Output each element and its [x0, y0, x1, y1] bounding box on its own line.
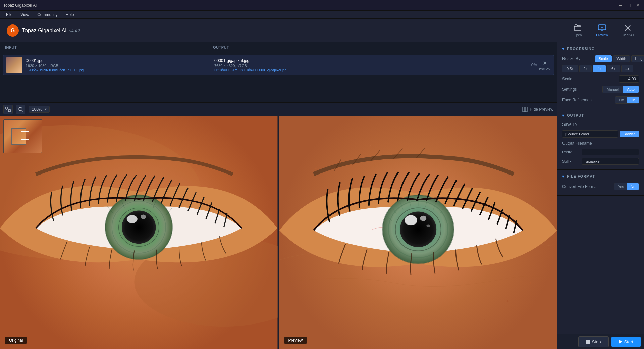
svg-point-32 — [315, 168, 316, 169]
preview-label: Preview — [596, 33, 608, 37]
preview-toolbar: 100% ▾ Hide Preview — [0, 103, 557, 116]
file-row[interactable]: 00001.jpg 1920 × 1080, sRGB H:/Обои 1920… — [3, 55, 554, 75]
resize-by-width-button[interactable]: Width — [613, 55, 630, 62]
scale-label: Scale — [562, 77, 582, 81]
resize-by-height-button[interactable]: Height — [631, 55, 644, 62]
face-on-button[interactable]: On — [627, 97, 639, 103]
preview-area: 100% ▾ Hide Preview — [0, 103, 557, 349]
menu-bar: File View Community Help — [0, 11, 644, 19]
start-button[interactable]: Start — [611, 337, 641, 347]
processing-title: PROCESSING — [567, 47, 595, 51]
file-format-header[interactable]: ▾ FILE FORMAT — [557, 170, 644, 181]
menu-file[interactable]: File — [3, 12, 16, 18]
minimap-image — [4, 120, 42, 153]
minimap[interactable] — [3, 119, 42, 153]
face-refinement-label: Face Refinement — [562, 98, 593, 102]
zoom-level-control[interactable]: 100% ▾ — [29, 106, 50, 113]
svg-point-54 — [426, 225, 430, 227]
file-format-title: FILE FORMAT — [567, 174, 595, 178]
file-format-section: ▾ FILE FORMAT Convert File Format Yes No — [557, 170, 644, 196]
output-section: ▾ OUTPUT Save To Browse Output Filename … — [557, 109, 644, 170]
preview-button[interactable]: Preview — [593, 22, 611, 39]
output-filename: 00001-gigapixel.jpg — [214, 58, 528, 63]
hide-preview-button[interactable]: Hide Preview — [522, 107, 553, 112]
app-version: v4.4.3 — [69, 29, 80, 33]
convert-no-button[interactable]: No — [627, 183, 639, 190]
open-icon — [574, 24, 582, 32]
scale-6x-button[interactable]: 6x — [607, 65, 620, 72]
app-name: Topaz Gigapixel AI — [22, 28, 67, 33]
scale-05x-button[interactable]: 0.5x — [562, 65, 578, 72]
stop-button[interactable]: Stop — [578, 336, 609, 347]
save-to-input[interactable] — [562, 130, 618, 138]
main-toolbar: G Topaz Gigapixel AI v4.4.3 Open — [0, 19, 644, 42]
input-path: H:/Обои 1920x1080/Обои 1/00001.jpg — [26, 68, 208, 72]
col-header-output: OUTPUT — [208, 45, 557, 49]
close-button[interactable]: ✕ — [635, 3, 641, 8]
clear-all-button[interactable]: Clear All — [618, 22, 637, 39]
convert-yes-button[interactable]: Yes — [614, 183, 627, 190]
prefix-input[interactable] — [582, 149, 639, 155]
scale-value-row: Scale — [557, 74, 644, 84]
browse-button[interactable]: Browse — [620, 131, 639, 137]
svg-point-33 — [347, 154, 348, 155]
settings-toggle: Manual Auto — [602, 86, 639, 93]
minimap-viewport — [21, 131, 29, 140]
resize-by-row: Resize By Scale Width Height — [557, 54, 644, 64]
menu-view[interactable]: View — [17, 12, 33, 18]
remove-file-button[interactable]: ✕ Remove — [539, 60, 550, 70]
zoom-search-button[interactable] — [16, 105, 25, 114]
scale-4x-button[interactable]: 4x — [593, 65, 606, 72]
logo-area: G Topaz Gigapixel AI v4.4.3 — [7, 24, 80, 37]
menu-community[interactable]: Community — [34, 12, 61, 18]
start-icon — [619, 340, 622, 344]
maximize-button[interactable]: □ — [627, 3, 632, 8]
svg-rect-9 — [8, 110, 10, 112]
processing-header[interactable]: ▾ PROCESSING — [557, 42, 644, 54]
file-thumbnail — [6, 57, 22, 73]
scale-input[interactable] — [619, 75, 639, 83]
file-list-rows: 00001.jpg 1920 × 1080, sRGB H:/Обои 1920… — [0, 52, 557, 102]
face-refinement-row: Face Refinement Off On — [557, 95, 644, 105]
close-icon: ✕ — [543, 60, 547, 66]
settings-manual-button[interactable]: Manual — [603, 86, 623, 93]
file-row-input: 00001.jpg 1920 × 1080, sRGB H:/Обои 1920… — [3, 57, 211, 73]
svg-point-30 — [141, 215, 146, 219]
processing-section: ▾ PROCESSING Resize By Scale Width Heigh… — [557, 42, 644, 109]
scale-custom-button[interactable]: ...x — [621, 65, 633, 72]
hide-preview-label: Hide Preview — [530, 107, 553, 112]
face-off-button[interactable]: Off — [615, 97, 627, 103]
resize-by-scale-button[interactable]: Scale — [595, 55, 612, 62]
svg-rect-15 — [525, 107, 527, 112]
svg-point-12 — [19, 107, 22, 111]
scale-2x-button[interactable]: 2x — [579, 65, 592, 72]
input-filename: 00001.jpg — [26, 58, 208, 63]
file-format-chevron-icon: ▾ — [562, 174, 564, 179]
convert-format-row: Convert File Format Yes No — [557, 181, 644, 192]
enhanced-eye-image — [279, 116, 557, 349]
title-bar: Topaz Gigapixel AI ─ □ ✕ — [0, 0, 644, 11]
open-label: Open — [574, 33, 582, 37]
svg-point-37 — [484, 319, 485, 320]
scale-preset-buttons: 0.5x 2x 4x 6x ...x — [557, 64, 644, 74]
output-header[interactable]: ▾ OUTPUT — [557, 109, 644, 120]
output-path: H:/Обои 1920x1080/Обои 1/00001-gigapixel… — [214, 68, 528, 72]
content-area: INPUT OUTPUT 00001.jpg 1920 × 1080, sRGB… — [0, 42, 644, 349]
svg-point-52 — [404, 215, 417, 225]
settings-row: Settings Manual Auto — [557, 84, 644, 95]
prefix-row: Prefix — [557, 147, 644, 157]
settings-auto-button[interactable]: Auto — [623, 86, 639, 93]
menu-help[interactable]: Help — [62, 12, 77, 18]
file-info: 00001.jpg 1920 × 1080, sRGB H:/Обои 1920… — [26, 58, 208, 72]
minimize-button[interactable]: ─ — [618, 3, 623, 8]
stop-icon — [586, 340, 590, 344]
preview-enhanced-side: Preview — [279, 116, 557, 349]
zoom-fit-button[interactable] — [3, 105, 13, 114]
start-label: Start — [624, 339, 633, 344]
panel-spacer — [557, 196, 644, 349]
zoom-value: 100% — [32, 107, 42, 112]
output-filename-label-row: Output Filename — [557, 139, 644, 147]
svg-point-53 — [420, 216, 426, 221]
suffix-input[interactable] — [582, 158, 639, 165]
open-button[interactable]: Open — [569, 22, 586, 39]
